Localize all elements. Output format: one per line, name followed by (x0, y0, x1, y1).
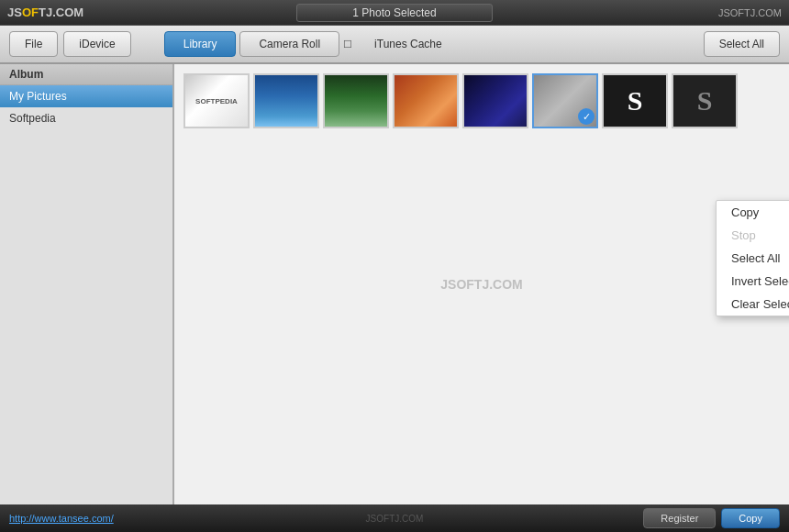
website-link[interactable]: http://www.tansee.com/ (9, 513, 114, 524)
tab-library[interactable]: Library (164, 31, 237, 57)
selection-check: ✓ (578, 108, 595, 125)
right-logo: JSOFTJ.COM (718, 7, 782, 18)
photo-thumb-5[interactable] (462, 73, 528, 128)
photo-thumb-4[interactable] (393, 73, 459, 128)
photo-thumb-1[interactable] (183, 73, 250, 128)
photo-thumb-7[interactable] (602, 73, 668, 128)
context-menu: Copy Stop Select All Invert Select Clear… (716, 200, 789, 316)
title-text: 1 Photo Selected (296, 4, 492, 22)
toolbar: File iDevice Library Camera Roll ☐ iTune… (0, 26, 789, 64)
title-bar: JSOFTJ.COM 1 Photo Selected JSOFTJ.COM (0, 0, 789, 26)
file-button[interactable]: File (9, 31, 58, 57)
photo-thumb-6[interactable]: ✓ (532, 73, 598, 128)
bottom-watermark: JSOFTJ.COM (366, 514, 424, 524)
content-area: Album My Pictures Softpedia ✓ JSOFTJ.COM… (0, 64, 789, 504)
ctx-invert-select[interactable]: Invert Select (717, 270, 789, 293)
photo-grid: ✓ (183, 73, 780, 128)
app-logo: JSOFTJ.COM (7, 6, 83, 19)
photo-thumb-8[interactable] (672, 73, 738, 128)
ctx-clear-select[interactable]: Clear Select (717, 293, 789, 316)
copy-button[interactable]: Copy (721, 508, 780, 528)
ctx-select-all[interactable]: Select All (717, 247, 789, 270)
itunes-cache-check: ☐ (343, 39, 352, 50)
photo-thumb-2[interactable] (253, 73, 319, 128)
bottom-bar: http://www.tansee.com/ JSOFTJ.COM Regist… (0, 504, 789, 532)
tab-camera-roll[interactable]: Camera Roll (239, 31, 339, 57)
tab-itunes-cache[interactable]: iTunes Cache (356, 31, 461, 57)
app-logo-highlight: OF (22, 6, 39, 19)
sidebar-item-softpedia[interactable]: Softpedia (0, 107, 172, 129)
watermark: JSOFTJ.COM (440, 277, 522, 292)
ctx-copy[interactable]: Copy (717, 201, 789, 224)
sidebar-header: Album (0, 64, 172, 85)
ctx-stop: Stop (717, 224, 789, 247)
photo-area[interactable]: ✓ JSOFTJ.COM Copy Stop Select All Invert… (174, 64, 789, 504)
photo-thumb-3[interactable] (323, 73, 389, 128)
bottom-buttons: Register Copy (643, 508, 780, 528)
idevice-button[interactable]: iDevice (63, 31, 130, 57)
sidebar: Album My Pictures Softpedia (0, 64, 174, 504)
select-all-button[interactable]: Select All (704, 31, 780, 57)
sidebar-item-my-pictures[interactable]: My Pictures (0, 85, 172, 107)
register-button[interactable]: Register (643, 508, 716, 528)
